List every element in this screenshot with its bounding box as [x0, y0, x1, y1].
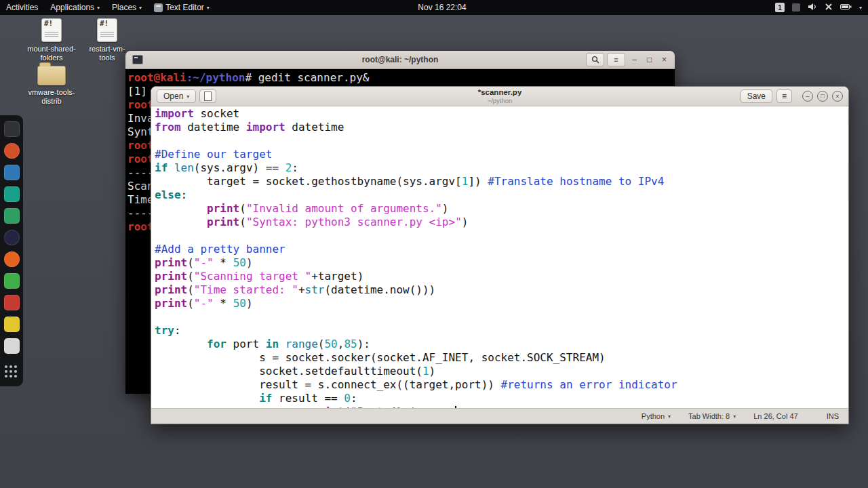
new-document-icon [204, 92, 212, 101]
app-dark-icon[interactable] [4, 230, 20, 245]
file-manager-icon[interactable] [4, 165, 20, 180]
terminal-titlebar-buttons: ≡ – □ × [583, 53, 670, 66]
desktop-icon-label: vmware-tools- distrib [28, 88, 75, 106]
code-line: import socket [155, 107, 848, 121]
code-line: socket.setdefaulttimeout(1) [155, 365, 848, 378]
terminal-green-icon[interactable] [4, 273, 20, 289]
folder-icon [37, 66, 66, 85]
system-menu-caret-icon[interactable]: ▾ [859, 5, 862, 11]
document-lines [100, 30, 114, 38]
code-line: result = s.connect_ex((target,port)) #re… [155, 378, 848, 392]
save-button-label: Save [747, 92, 766, 101]
app-light-icon[interactable] [4, 338, 20, 354]
caret-down-icon: ▾ [668, 413, 671, 420]
code-line: print("-" * 50) [155, 256, 848, 270]
activities-label: Activities [6, 3, 38, 12]
code-editor-area[interactable]: import socketfrom datetime import dateti… [151, 106, 848, 408]
caret-down-icon: ▾ [207, 5, 210, 11]
maximize-button[interactable]: □ [644, 55, 655, 64]
code-line: #Add a pretty banner [155, 243, 848, 256]
code-line: print("-" * 50) [155, 297, 848, 310]
tray-app-icon[interactable] [792, 3, 800, 12]
volume-icon[interactable] [808, 3, 817, 13]
search-icon [591, 56, 599, 64]
code-line: target = socket.gethostbyname(sys.argv[1… [155, 175, 848, 188]
gedit-window: Open ▾ *scanner.py ~/python Save ≡ – □ ×… [151, 86, 849, 424]
close-button[interactable]: × [832, 91, 843, 102]
terminal-icon[interactable] [4, 121, 20, 137]
places-label: Places [112, 3, 136, 12]
keyboard-layout-indicator[interactable]: 1 [775, 3, 785, 12]
script-file-icon: #! [97, 18, 117, 42]
minimize-button[interactable]: – [629, 55, 640, 64]
text-editor-icon [154, 3, 163, 12]
top-bar: Activities Applications ▾ Places ▾ Text … [0, 0, 868, 15]
code-line: if len(sys.argv) == 2: [155, 161, 848, 175]
menu-button[interactable]: ≡ [607, 53, 625, 66]
caret-down-icon: ▾ [97, 5, 100, 11]
show-applications-icon[interactable] [5, 365, 18, 379]
hamburger-menu-button[interactable]: ≡ [776, 89, 792, 103]
save-button[interactable]: Save [741, 89, 772, 103]
app-green-icon[interactable] [4, 208, 20, 224]
document-path: ~/python [478, 97, 522, 104]
terminal-icon [132, 55, 143, 64]
system-tray: 1 ▾ [775, 0, 868, 15]
places-menu[interactable]: Places ▾ [106, 0, 148, 15]
cursor-position: Ln 26, Col 47 [753, 412, 797, 420]
app-red-icon[interactable] [4, 295, 20, 310]
window-controls: – □ × [802, 91, 843, 102]
caret-down-icon: ▾ [186, 94, 189, 100]
desktop-icon-label: restart-vm- tools [89, 45, 125, 62]
metasploit-icon[interactable] [4, 186, 20, 202]
maximize-button[interactable]: □ [817, 91, 828, 102]
code-line: print("Scanning target "+target) [155, 270, 848, 283]
applications-label: Applications [50, 3, 94, 12]
open-button-label: Open [163, 92, 183, 101]
new-document-button[interactable] [199, 89, 216, 103]
app-orange-icon[interactable] [4, 143, 20, 159]
document-title: *scanner.py [478, 88, 522, 97]
code-line: if result == 0: [155, 392, 848, 405]
code-line [155, 310, 848, 324]
code-line: try: [155, 324, 848, 338]
caret-down-icon: ▾ [139, 5, 142, 11]
code-line [155, 229, 848, 243]
app-menu-label: Text Editor [165, 3, 204, 12]
tab-width-selector[interactable]: Tab Width: 8 ▾ [688, 412, 736, 420]
firefox-icon[interactable] [4, 251, 20, 267]
text-editor-icon[interactable] [4, 317, 20, 332]
search-button[interactable] [586, 53, 604, 66]
code-line: s = socket.socker(socket.AF_INET, socket… [155, 351, 848, 365]
terminal-line: root@kali:~/python# gedit scanner.py& [127, 71, 673, 85]
script-file-icon: #! [41, 18, 62, 42]
language-selector[interactable]: Python ▾ [642, 412, 671, 420]
code-line: for port in range(50,85): [155, 338, 848, 351]
code-line: print("Time started: "+str(datetime.now(… [155, 283, 848, 297]
clock[interactable]: Nov 16 22:04 [411, 0, 473, 15]
code-line [155, 134, 848, 148]
code-line: print("Invalid amount of arguments.") [155, 202, 848, 216]
document-lines [45, 30, 58, 38]
gedit-title-box: *scanner.py ~/python [478, 88, 522, 104]
battery-icon[interactable] [840, 3, 852, 12]
tools-icon[interactable] [825, 3, 833, 13]
desktop-icon-mount-shared-folders[interactable]: #! mount-shared- folders [22, 18, 81, 62]
code-line: #Define our target [155, 148, 848, 161]
insert-mode-indicator: INS [827, 412, 839, 420]
caret-down-icon: ▾ [733, 413, 736, 420]
terminal-titlebar[interactable]: root@kali: ~/python ≡ – □ × [125, 51, 675, 69]
activities-button[interactable]: Activities [0, 0, 44, 15]
app-menu-text-editor[interactable]: Text Editor ▾ [148, 0, 216, 15]
favorites-dock [0, 115, 23, 386]
desktop-icon-vmware-tools-distrib[interactable]: vmware-tools- distrib [22, 60, 81, 106]
applications-menu[interactable]: Applications ▾ [44, 0, 106, 15]
gedit-statusbar: Python ▾ Tab Width: 8 ▾ Ln 26, Col 47 IN… [151, 408, 848, 424]
shebang-glyph: #! [44, 19, 53, 28]
close-button[interactable]: × [658, 55, 670, 64]
minimize-button[interactable]: – [802, 91, 813, 102]
shebang-glyph: #! [100, 19, 108, 28]
code-line: from datetime import datetime [155, 121, 848, 134]
gedit-headerbar[interactable]: Open ▾ *scanner.py ~/python Save ≡ – □ × [151, 87, 848, 106]
open-button[interactable]: Open ▾ [157, 89, 196, 103]
